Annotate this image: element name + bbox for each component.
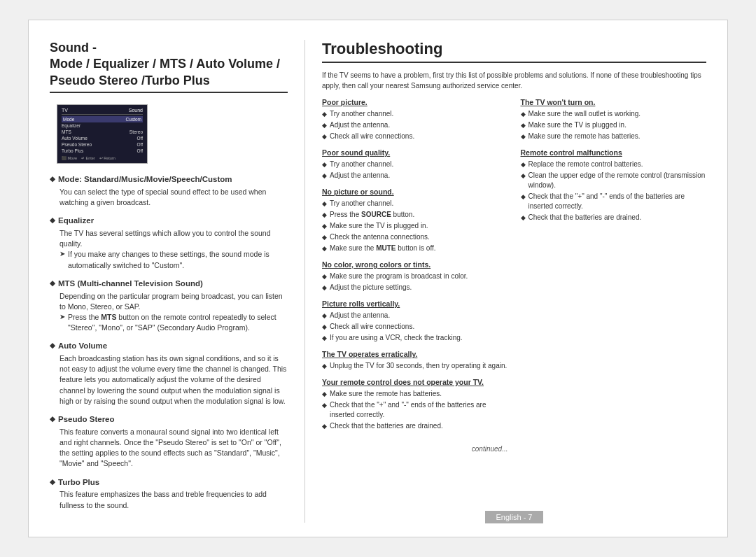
tv-menu-row-mode: ModeCustom bbox=[62, 116, 143, 122]
tv-menu-row-eq: Equalizer bbox=[62, 122, 143, 129]
mts-arrow: ➤ Press the MTS button on the remote con… bbox=[59, 312, 288, 333]
ts-item: ◆Replace the remote control batteries. bbox=[521, 160, 707, 169]
equalizer-body: The TV has several settings which allow … bbox=[59, 228, 288, 249]
ts-poor-picture: Poor picture. ◆Try another channel. ◆Adj… bbox=[322, 98, 508, 141]
ts-item: ◆Make sure the wall outlet is working. bbox=[521, 109, 707, 119]
section-mode: ◆ Mode: Standard/Music/Movie/Speech/Cust… bbox=[50, 174, 288, 208]
left-column: Sound - Mode / Equalizer / MTS / Auto Vo… bbox=[50, 40, 288, 523]
mts-title: MTS (Multi-channel Television Sound) bbox=[58, 278, 203, 290]
ts-item: ◆Make sure the MUTE button is off. bbox=[322, 244, 508, 253]
autovol-title: Auto Volume bbox=[58, 340, 107, 352]
autovol-body: Each broadcasting station has its own si… bbox=[59, 353, 288, 407]
section-mts: ◆ MTS (Multi-channel Television Sound) D… bbox=[50, 278, 288, 334]
left-title: Sound - Mode / Equalizer / MTS / Auto Vo… bbox=[50, 40, 288, 93]
tv-menu-row-mts: MTSStereo bbox=[62, 129, 143, 135]
ts-item: ◆Try another channel. bbox=[322, 160, 508, 169]
tv-menu-row-autovol: Auto VolumeOff bbox=[62, 135, 143, 141]
right-column: Troubleshooting If the TV seems to have … bbox=[322, 40, 706, 523]
ts-poor-picture-heading: Poor picture. bbox=[322, 98, 508, 106]
tv-menu-footer: ⬛ Move↵ Enter↩ Return bbox=[62, 156, 143, 160]
ts-tv-wont-turn-on: The TV won't turn on. ◆Make sure the wal… bbox=[521, 98, 707, 141]
ts-remote-malfunction-heading: Remote control malfunctions bbox=[521, 148, 707, 157]
ts-item: ◆Clean the upper edge of the remote cont… bbox=[521, 171, 707, 190]
ts-no-picture-heading: No picture or sound. bbox=[322, 188, 508, 196]
ts-item: ◆Check all wire connections. bbox=[322, 132, 508, 141]
equalizer-arrow-text: If you make any changes to these setting… bbox=[68, 249, 288, 270]
mode-body: You can select the type of special sound… bbox=[59, 187, 288, 208]
title-line3: Pseudo Stereo /Turbo Plus bbox=[50, 73, 210, 87]
ts-item: ◆Check that the "+" and "-" ends of the … bbox=[322, 400, 508, 420]
ts-item: ◆Make sure the TV is plugged in. bbox=[521, 120, 707, 130]
ts-item: ◆Press the SOURCE button. bbox=[322, 210, 508, 220]
ts-no-color-heading: No color, wrong colors or tints. bbox=[322, 260, 508, 269]
ts-item: ◆Check that the "+" and "-" ends of the … bbox=[521, 192, 707, 211]
ts-erratically-heading: The TV operates erratically. bbox=[322, 350, 508, 358]
ts-remote-malfunction: Remote control malfunctions ◆Replace the… bbox=[521, 148, 707, 223]
equalizer-title: Equalizer bbox=[58, 215, 94, 227]
ts-item: ◆Make sure the remote has batteries. bbox=[322, 389, 508, 399]
title-line1: Sound - bbox=[50, 41, 97, 55]
troubleshooting-intro: If the TV seems to have a problem, first… bbox=[322, 70, 706, 91]
ts-item: ◆Adjust the antenna. bbox=[322, 120, 508, 130]
tv-menu-image: TV Sound ModeCustom Equalizer MTSStereo … bbox=[57, 104, 148, 164]
pseudo-title: Pseudo Stereo bbox=[58, 414, 115, 425]
pseudo-body: This feature converts a monaural sound s… bbox=[59, 427, 288, 470]
ts-picture-rolls-heading: Picture rolls vertically. bbox=[322, 299, 508, 308]
ts-tv-wont-turn-on-heading: The TV won't turn on. bbox=[521, 98, 707, 106]
diamond-icon: ◆ bbox=[50, 216, 55, 226]
ts-no-picture: No picture or sound. ◆Try another channe… bbox=[322, 188, 508, 253]
mts-arrow-text: Press the MTS button on the remote contr… bbox=[68, 312, 288, 333]
ts-picture-rolls: Picture rolls vertically. ◆Adjust the an… bbox=[322, 299, 508, 343]
ts-item: ◆Check all wire connections. bbox=[322, 322, 508, 332]
ts-item: ◆Unplug the TV for 30 seconds, then try … bbox=[322, 361, 508, 371]
ts-remote-no-operate: Your remote control does not operate you… bbox=[322, 378, 508, 431]
diamond-icon: ◆ bbox=[50, 174, 55, 185]
section-auto-volume: ◆ Auto Volume Each broadcasting station … bbox=[50, 340, 288, 407]
ts-item: ◆Try another channel. bbox=[322, 109, 508, 119]
title-line2: Mode / Equalizer / MTS / Auto Volume / bbox=[50, 57, 280, 71]
ts-poor-sound-heading: Poor sound quality. bbox=[322, 148, 508, 157]
turbo-body: This feature emphasizes the bass and tre… bbox=[59, 489, 288, 510]
page: Sound - Mode / Equalizer / MTS / Auto Vo… bbox=[28, 20, 728, 537]
ts-right: The TV won't turn on. ◆Make sure the wal… bbox=[521, 98, 707, 503]
tv-menu-row-pseudo: Pseudo StereoOff bbox=[62, 141, 143, 148]
turbo-title: Turbo Plus bbox=[58, 477, 99, 488]
column-divider bbox=[304, 40, 305, 523]
continued-text: continued... bbox=[322, 438, 508, 453]
ts-item: ◆Check that the batteries are drained. bbox=[521, 213, 707, 223]
troubleshooting-content: Poor picture. ◆Try another channel. ◆Adj… bbox=[322, 98, 706, 503]
ts-left: Poor picture. ◆Try another channel. ◆Adj… bbox=[322, 98, 508, 503]
section-pseudo-stereo: ◆ Pseudo Stereo This feature converts a … bbox=[50, 414, 288, 470]
ts-poor-sound: Poor sound quality. ◆Try another channel… bbox=[322, 148, 508, 181]
diamond-icon: ◆ bbox=[50, 341, 55, 351]
ts-erratically: The TV operates erratically. ◆Unplug the… bbox=[322, 350, 508, 371]
diamond-icon: ◆ bbox=[50, 414, 55, 425]
page-footer: English - 7 bbox=[485, 511, 544, 523]
ts-item: ◆Make sure the remote has batteries. bbox=[521, 132, 707, 141]
equalizer-arrow: ➤ If you make any changes to these setti… bbox=[59, 249, 288, 270]
section-turbo-plus: ◆ Turbo Plus This feature emphasizes the… bbox=[50, 477, 288, 511]
ts-item: ◆Make sure the program is broadcast in c… bbox=[322, 272, 508, 281]
diamond-icon: ◆ bbox=[50, 477, 55, 488]
ts-item: ◆Adjust the antenna. bbox=[322, 311, 508, 320]
ts-item: ◆Try another channel. bbox=[322, 199, 508, 209]
tv-menu-row-turbo: Turbo PlusOff bbox=[62, 148, 143, 154]
ts-item: ◆If you are using a VCR, check the track… bbox=[322, 333, 508, 343]
ts-item: ◆Check that the batteries are drained. bbox=[322, 421, 508, 431]
mts-body: Depending on the particular program bein… bbox=[59, 291, 288, 312]
ts-remote-no-operate-heading: Your remote control does not operate you… bbox=[322, 378, 508, 386]
tv-menu-header-left: TV bbox=[62, 108, 68, 113]
ts-item: ◆Check the antenna connections. bbox=[322, 232, 508, 242]
ts-item: ◆Make sure the TV is plugged in. bbox=[322, 221, 508, 231]
diamond-icon: ◆ bbox=[50, 278, 55, 289]
ts-item: ◆Adjust the picture settings. bbox=[322, 283, 508, 292]
mode-title: Mode: Standard/Music/Movie/Speech/Custom bbox=[58, 174, 232, 185]
ts-no-color: No color, wrong colors or tints. ◆Make s… bbox=[322, 260, 508, 292]
section-equalizer: ◆ Equalizer The TV has several settings … bbox=[50, 215, 288, 271]
tv-menu-header-right: Sound bbox=[129, 108, 143, 113]
troubleshooting-title: Troubleshooting bbox=[322, 40, 706, 63]
ts-item: ◆Adjust the antenna. bbox=[322, 171, 508, 181]
